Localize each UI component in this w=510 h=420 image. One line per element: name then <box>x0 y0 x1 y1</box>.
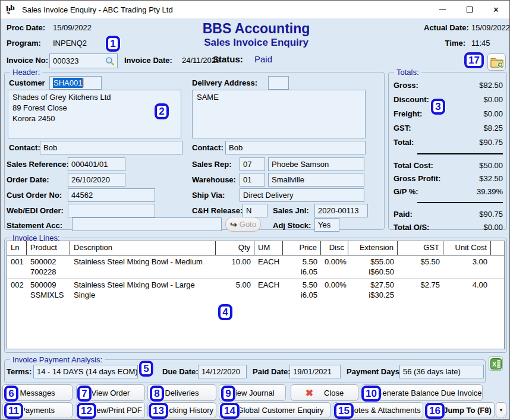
warehouse-code-field[interactable]: 01 <box>240 173 265 187</box>
som-mark-10: 10 <box>361 386 381 402</box>
som-mark-17: 17 <box>464 52 484 68</box>
order-date-field[interactable]: 26/10/2020 <box>68 173 125 187</box>
discount-label: Discount: <box>393 95 429 104</box>
table-row[interactable]: 002 500009 SSMIXLS Stainless Steel Mixin… <box>7 279 504 301</box>
sales-reference-field[interactable]: 000401/01 <box>68 157 125 171</box>
header-group-label: Header: <box>10 68 42 77</box>
table-row[interactable]: 001 500002 700228 Stainless Steel Mixing… <box>7 255 504 279</box>
ch-release-field[interactable]: N <box>243 204 267 217</box>
svg-text:s: s <box>7 10 10 15</box>
invoice-lines-table: Ln Product Description Qty UM Price Disc… <box>7 241 505 349</box>
delivery-contact-field[interactable]: Bob <box>225 141 366 154</box>
status-label: Status: <box>213 54 243 64</box>
invoice-date-label: Invoice Date: <box>124 56 172 65</box>
search-icon[interactable] <box>105 56 115 66</box>
close-button[interactable]: ✖ Close <box>291 384 358 401</box>
som-mark-15: 15 <box>334 403 354 419</box>
paid-value: $90.75 <box>479 210 503 219</box>
adj-stock-value: Yes <box>318 220 330 229</box>
view-journal-button-label: View Journal <box>230 389 274 397</box>
gross-label: Gross: <box>393 81 418 90</box>
due-date-label: Due Date: <box>162 367 199 376</box>
payment-analysis-group-label: Invoice Payment Analysis: <box>10 355 105 364</box>
maximize-icon <box>467 7 473 12</box>
gross-profit-value: $32.50 <box>479 174 503 183</box>
cell-ln: 002 <box>7 279 27 301</box>
export-excel-button[interactable]: X <box>489 356 503 371</box>
paid-date-field[interactable]: 19/01/2021 <box>289 365 341 378</box>
statement-acc-field[interactable] <box>72 217 222 231</box>
delivery-address-value: SAME <box>197 93 219 102</box>
cell-description: Stainless Steel Mixing Bowl - Large Sing… <box>70 279 216 301</box>
freight-value: $0.00 <box>483 109 503 118</box>
statement-acc-label: Statement Acc: <box>7 221 62 230</box>
freight-label: Freight: <box>393 109 422 118</box>
picking-history-button-label: Picking History <box>162 406 213 415</box>
col-header-price: Price <box>283 241 321 255</box>
cell-disc: 0.00% <box>321 255 348 278</box>
totals-group: Gross:$82.50 Discount:$0.00 Freight:$0.0… <box>388 72 507 230</box>
order-date-value: 26/10/2020 <box>71 175 110 184</box>
invoice-no-value: 000323 <box>53 56 78 65</box>
cell-qty: 5.00 <box>216 279 254 301</box>
maximize-button[interactable] <box>456 1 483 18</box>
totals-divider <box>417 202 503 203</box>
gst-label: GST: <box>393 124 411 132</box>
attachments-folder-button[interactable] <box>487 53 506 71</box>
terms-label: Terms: <box>7 367 32 376</box>
notes-attachments-button-label: Notes & Attachments <box>348 406 420 415</box>
web-edi-order-field[interactable] <box>68 204 155 217</box>
som-mark-16: 16 <box>425 403 445 419</box>
som-mark-5: 5 <box>139 361 153 377</box>
actual-date-value: 15/09/2022 <box>471 23 510 32</box>
due-date-field[interactable]: 14/12/2020 <box>198 365 247 378</box>
resize-grip[interactable]: ⋰ <box>502 412 508 418</box>
som-mark-1: 1 <box>106 36 120 52</box>
warehouse-code: 01 <box>243 175 251 184</box>
adj-stock-field[interactable]: Yes <box>314 218 339 232</box>
view-print-pdf-button-label: View/Print PDF <box>90 406 142 415</box>
invoice-no-field[interactable]: 000323 <box>49 53 118 68</box>
close-icon: ✕ <box>493 5 499 14</box>
customer-label: Customer <box>9 78 45 87</box>
minimize-button[interactable] <box>429 1 456 18</box>
delivery-code-field[interactable] <box>268 76 289 90</box>
ship-via-value: Direct Delivery <box>243 191 294 200</box>
ship-via-field[interactable]: Direct Delivery <box>240 188 364 202</box>
customer-address-value: Shades of Grey Kitchens Ltd 89 Forest Cl… <box>12 93 111 123</box>
cell-ln: 001 <box>7 255 27 278</box>
delivery-address-box[interactable]: SAME <box>192 90 366 138</box>
payments-button-label: Payments <box>20 406 55 415</box>
contact-value: Bob <box>43 143 57 152</box>
cell-extension: $55.00 i$60.50 <box>348 255 398 278</box>
cell-product: 500002 700228 <box>27 255 70 278</box>
sales-rep-code-field[interactable]: 07 <box>240 157 265 171</box>
sales-jnl-field[interactable]: 2020-00113 <box>314 204 368 217</box>
contact-field[interactable]: Bob <box>40 141 182 154</box>
terms-field[interactable]: 14 - 14 DAYS (14 days EOM) <box>33 365 138 378</box>
close-x-icon: ✖ <box>306 387 313 399</box>
sales-jnl-label: Sales Jnl: <box>273 206 309 215</box>
som-mark-6: 6 <box>4 386 18 402</box>
customer-code-field[interactable]: SHA001▏ <box>49 76 102 90</box>
warehouse-name-field[interactable]: Smallville <box>268 173 364 187</box>
cell-qty: 10.00 <box>216 255 254 278</box>
cell-gst: $2.75 <box>398 279 443 301</box>
customer-code-value: SHA001 <box>53 78 83 88</box>
cell-extension: $27.50 i$30.25 <box>348 279 398 301</box>
goto-button[interactable]: ↪ Goto <box>225 217 261 232</box>
totals-group-label: Totals: <box>394 68 421 77</box>
totals-divider <box>417 153 503 154</box>
excel-icon: X <box>490 358 502 370</box>
cell-um: EACH <box>254 255 283 278</box>
som-mark-7: 7 <box>77 386 92 402</box>
gross-value: $82.50 <box>479 81 503 90</box>
total-cost-value: $50.00 <box>479 161 503 170</box>
close-window-button[interactable]: ✕ <box>483 1 509 18</box>
col-header-unit-cost: Unit Cost <box>443 241 491 255</box>
time-label: Time: <box>424 39 465 48</box>
table-header-row: Ln Product Description Qty UM Price Disc… <box>7 241 504 255</box>
cust-order-no-field[interactable]: 44562 <box>68 188 155 202</box>
payment-days-field[interactable]: 56 (36 days late) <box>399 365 484 378</box>
sales-rep-name-field[interactable]: Phoebe Samson <box>268 157 364 171</box>
